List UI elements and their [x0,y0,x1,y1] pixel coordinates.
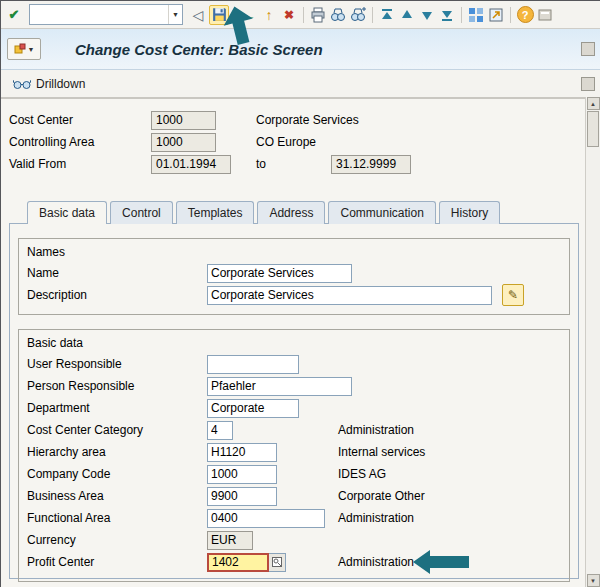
business-area-input[interactable] [207,487,277,506]
cancel-icon[interactable]: ✖ [280,6,298,24]
department-input[interactable] [207,399,299,418]
new-session-icon[interactable] [467,6,485,24]
business-area-label: Business Area [27,489,207,503]
cost-center-field: 1000 [151,111,216,130]
functional-area-input[interactable] [207,509,325,528]
company-code-desc: IDES AG [338,467,386,481]
company-code-input[interactable] [207,465,277,484]
user-responsible-input[interactable] [207,355,299,374]
person-responsible-label: Person Responsible [27,379,207,393]
department-label: Department [27,401,207,415]
chevron-down-icon: ▼ [28,46,35,53]
name-label: Name [27,266,207,280]
valid-to-field: 31.12.9999 [331,155,411,174]
basic-data-group-title: Basic data [27,333,561,353]
scroll-up-button[interactable]: ▲ [587,97,600,110]
user-responsible-row: User Responsible [27,353,561,375]
scrollbar-thumb[interactable] [587,111,599,147]
functional-area-desc: Administration [338,511,414,525]
page-down-icon[interactable] [418,6,436,24]
profit-center-row: Profit Center Administration [27,551,561,573]
controlling-area-row: Controlling Area 1000 CO Europe [9,131,579,153]
question-mark-icon: ? [517,6,534,23]
person-responsible-input[interactable] [207,377,352,396]
floppy-disk-icon [211,6,228,23]
toolbar-separator [303,7,304,23]
valid-to-label: to [256,157,331,171]
glasses-icon [13,77,31,90]
company-code-label: Company Code [27,467,207,481]
page-up-icon[interactable] [398,6,416,24]
currency-row: Currency [27,529,561,551]
page-title: Change Cost Center: Basic Screen [75,41,323,58]
title-bar: ▼ Change Cost Center: Basic Screen [1,29,600,70]
name-row: Name [27,262,561,284]
names-groupbox: Names Name Description ✎ [18,238,570,315]
edit-description-button[interactable]: ✎ [502,284,524,306]
tab-strip: Basic data Control Templates Address Com… [27,201,579,223]
command-field: ▼ [29,4,183,25]
services-icon [14,43,26,55]
drilldown-button[interactable]: Drilldown [7,75,91,93]
help-icon[interactable]: ? [516,6,534,24]
back-arrow-icon[interactable]: ◁ [189,6,207,24]
exit-icon[interactable]: ↑ [260,6,278,24]
chevron-down-icon[interactable]: ▼ [168,5,182,24]
tab-basic-data[interactable]: Basic data [27,201,107,224]
cost-center-label: Cost Center [9,113,151,127]
profit-center-input[interactable] [207,553,269,572]
sap-window: ✔ ▼ ◁ ← ↑ ✖ [0,0,600,587]
user-responsible-label: User Responsible [27,357,207,371]
save-button[interactable] [209,5,229,25]
tab-history[interactable]: History [439,201,500,224]
application-toolbar: Drilldown [1,70,600,99]
names-group-title: Names [27,242,561,262]
system-toolbar: ✔ ▼ ◁ ← ↑ ✖ [1,1,600,29]
valid-from-label: Valid From [9,157,151,171]
hierarchy-area-desc: Internal services [338,445,425,459]
back-nav-icon[interactable]: ← [240,6,258,24]
description-label: Description [27,288,207,302]
find-next-icon[interactable] [349,6,367,24]
cost-center-category-row: Cost Center Category Administration [27,419,561,441]
scroll-down-button[interactable]: ▼ [587,574,600,587]
tab-control[interactable]: Control [110,201,173,224]
tab-communication[interactable]: Communication [328,201,435,224]
titlebar-corner-button[interactable] [581,42,595,56]
name-input[interactable] [207,264,352,283]
tab-templates[interactable]: Templates [176,201,255,224]
basic-data-groupbox: Basic data User Responsible Person Respo… [18,329,570,582]
command-input[interactable] [30,7,168,22]
shortcut-icon[interactable] [487,6,505,24]
functional-area-row: Functional Area Administration [27,507,561,529]
appbar-corner-button[interactable] [581,77,595,91]
hierarchy-area-input[interactable] [207,443,277,462]
drilldown-label: Drilldown [36,77,85,91]
find-icon[interactable] [329,6,347,24]
matchcode-button[interactable] [269,553,286,572]
cost-center-category-input[interactable] [207,421,233,440]
print-icon[interactable] [309,6,327,24]
person-responsible-row: Person Responsible [27,375,561,397]
description-input[interactable] [207,286,492,305]
toolbar-separator [372,7,373,23]
hierarchy-area-row: Hierarchy area Internal services [27,441,561,463]
currency-field [207,531,253,550]
enter-icon[interactable]: ✔ [5,6,23,24]
toolbar-separator [510,7,511,23]
valid-from-row: Valid From 01.01.1994 to 31.12.9999 [9,153,579,175]
customize-layout-icon[interactable] [536,6,554,24]
cost-center-category-desc: Administration [338,423,414,437]
controlling-area-label: Controlling Area [9,135,151,149]
profit-center-label: Profit Center [27,555,207,569]
last-page-icon[interactable] [438,6,456,24]
matchcode-icon [272,557,282,567]
cost-center-category-label: Cost Center Category [27,423,207,437]
business-area-row: Business Area Corporate Other [27,485,561,507]
tab-address[interactable]: Address [257,201,325,224]
main-content: Cost Center 1000 Corporate Services Cont… [1,99,600,579]
gui-services-button[interactable]: ▼ [7,38,41,60]
valid-from-field: 01.01.1994 [151,155,231,174]
first-page-icon[interactable] [378,6,396,24]
department-row: Department [27,397,561,419]
